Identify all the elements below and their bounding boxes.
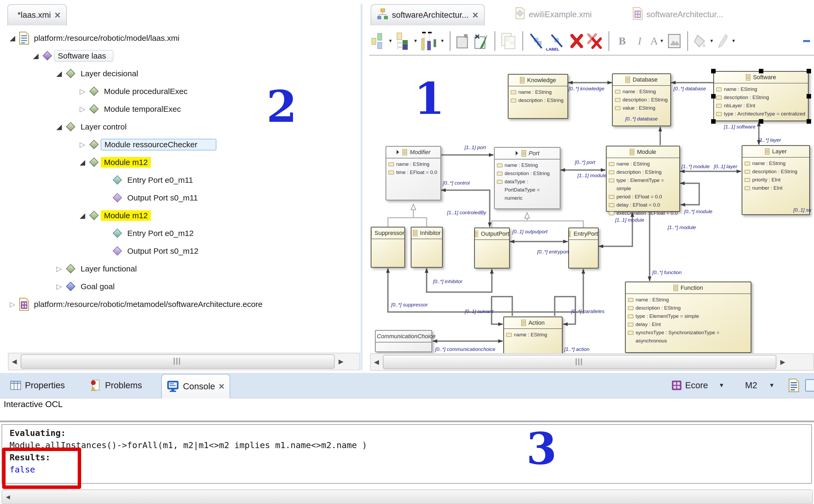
add-note-button[interactable] [456,31,471,51]
hide-connector-button[interactable] [528,31,543,51]
expand-icon[interactable]: ▷ [78,87,87,96]
scroll-left-icon[interactable]: ◀ [2,494,14,500]
collapse-icon[interactable]: ◢ [78,158,87,167]
class-commchoice[interactable]: CommunicationChoice [375,330,432,352]
attribute-text: delay : EFloat = 0.0 [617,201,660,209]
class-layer[interactable]: Layername : EStringdescription : EString… [742,145,810,215]
dropdown-icon[interactable]: ▼ [769,382,775,389]
selection-handle[interactable] [711,94,716,99]
hide-label-button[interactable]: LABEL [546,31,566,51]
class-icon [746,74,750,81]
class-software[interactable]: Softwarename : EStringdescription : EStr… [713,71,809,121]
class-module[interactable]: Modulename : EStringdescription : EStrin… [606,146,680,212]
class-outputport[interactable]: OutputPort [474,228,510,269]
close-icon[interactable]: × [219,381,224,392]
delete-from-model-button[interactable] [587,31,603,51]
tree-item-label: Layer functional [77,264,140,274]
load-document-button[interactable] [788,373,800,398]
tree-item[interactable]: ◢platform:/resource/robotic/model/laas.x… [3,29,364,47]
class-action[interactable]: Actionname : EString [503,316,563,353]
line-color-button[interactable]: ▼ [717,31,736,51]
class-inhibitor[interactable]: Inhibitor [411,227,443,268]
editor-tab-2[interactable]: ewiliExample.xmi [512,4,595,25]
tree-item[interactable]: ◢Software laas [3,47,387,65]
attribute-icon [628,306,634,310]
editor-tab-1[interactable]: softwareArchitectur...× [371,4,485,25]
class-icon [371,230,372,236]
bold-button[interactable]: B [615,31,630,51]
scroll-left-icon[interactable]: ◀ [371,358,382,366]
tree-hscrollbar[interactable]: ◀ ▶ [8,353,360,370]
tree-item[interactable]: ▷platform:/resource/robotic/metamodel/so… [3,295,364,313]
model-level-selector[interactable]: M2 ▼ [745,373,775,398]
expand-icon[interactable]: ▷ [8,300,17,309]
font-color-button[interactable]: A ▼ [650,31,665,51]
attribute-text: execDuration : EFloat = 0.0 [617,209,678,217]
selection-handle[interactable] [759,119,763,124]
arrange-tool-button[interactable]: ▼ [395,31,418,51]
class-knowledge[interactable]: Knowledgename : EStringdescription : ESt… [508,74,568,119]
expand-icon[interactable]: ▷ [55,265,64,273]
expand-icon[interactable]: ▷ [55,282,64,291]
selection-handle[interactable] [711,69,716,73]
collapse-icon[interactable]: ◢ [8,34,17,42]
collapse-icon[interactable]: ◢ [78,211,87,220]
selection-handle[interactable] [759,69,763,73]
canvas-hscrollbar[interactable]: ◀ ▶ [370,353,814,371]
align-tool-button[interactable]: ▼ [421,31,445,51]
selection-handle[interactable] [807,69,811,73]
ocl-console-output[interactable]: Evaluating: Module.allInstances()->forAl… [2,424,812,484]
copy-appearance-button[interactable] [501,31,517,51]
scrollbar-thumb[interactable] [21,354,335,369]
tree-item[interactable]: ◢Layer decisional [3,65,410,82]
class-modifier[interactable]: Modifiername : EStringtime : EFloat = 0.… [386,146,441,200]
fill-color-button[interactable]: ▼ [693,31,714,51]
class-function[interactable]: Functionname : EStringdescription : EStr… [625,282,751,353]
tab-problems[interactable]: Problems [84,373,147,398]
metamodel-selector[interactable]: Ecore ▼ [671,373,724,398]
close-icon[interactable]: × [472,11,478,19]
tree-item[interactable]: ▷Layer functional [3,260,410,278]
edge-label-sub-ref: [0..1] su [793,207,811,213]
dropdown-icon[interactable]: ▼ [719,382,724,389]
tree-item[interactable]: ◢Layer control [3,118,410,136]
scrollbar-thumb[interactable] [383,355,776,369]
console-hscrollbar[interactable]: ◀ [2,489,813,504]
collapse-icon[interactable]: ◢ [55,123,64,131]
class-entryport[interactable]: EntryPort [568,228,599,269]
problems-icon [90,380,101,391]
toolbar-separator [608,31,609,51]
scroll-right-icon[interactable]: ▶ [777,358,789,366]
selection-handle[interactable] [807,94,811,99]
palette-tool-button[interactable]: ▼ [371,31,393,51]
scroll-right-icon[interactable]: ▶ [335,358,347,365]
attribute-row: name : EString [745,159,808,167]
tree-item[interactable]: ▷Goal goal [3,278,410,295]
toolbar-separator [687,31,688,51]
tab-properties[interactable]: Properties [5,373,70,398]
selection-handle[interactable] [807,119,811,124]
panel-divider[interactable] [361,4,362,370]
selection-handle[interactable] [711,119,716,124]
class-icon [520,77,524,83]
delete-from-diagram-button[interactable] [569,31,584,51]
expand-icon[interactable]: ▷ [78,105,87,113]
add-text-note-button[interactable] [473,31,489,51]
clear-console-partial-icon[interactable] [804,373,814,398]
zoom-tool-partial-icon[interactable] [799,31,814,51]
insert-image-button[interactable] [667,31,682,51]
scroll-left-icon[interactable]: ◀ [8,358,20,365]
italic-button[interactable]: I [632,31,647,51]
attribute-text: name : EString [724,85,757,93]
close-icon[interactable]: × [55,11,60,19]
class-port[interactable]: Portname : EStringdescription : EStringd… [494,147,560,209]
editor-tab-3[interactable]: softwareArchitectur... [629,4,726,25]
tab-console[interactable]: Console × [161,374,230,398]
tab-laas-xmi[interactable]: *laas.xmi × [7,4,67,25]
collapse-icon[interactable]: ◢ [31,52,40,60]
expand-icon[interactable]: ▷ [78,140,87,149]
class-suppressor[interactable]: Suppressor [371,227,405,268]
class-icon [569,231,571,237]
collapse-icon[interactable]: ◢ [55,69,64,78]
class-header: Inhibitor [412,228,442,239]
